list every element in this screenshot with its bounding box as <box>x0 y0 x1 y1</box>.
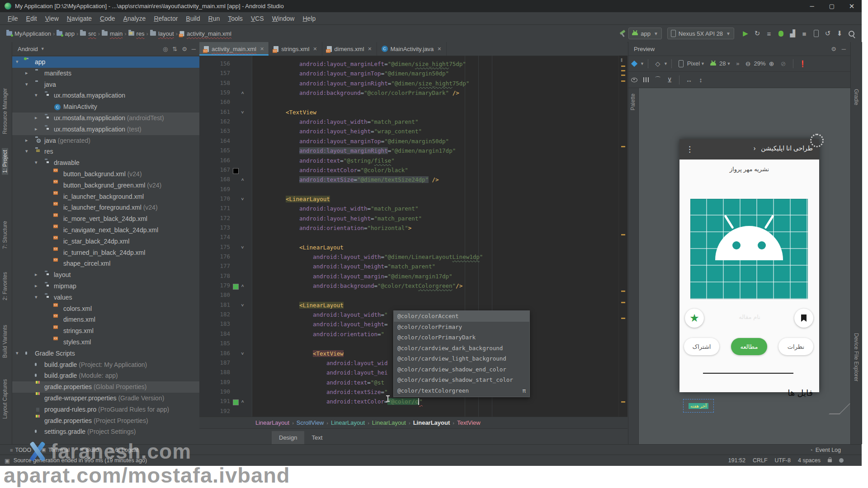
completion-item[interactable]: @color/cardview_shadow_start_color <box>394 375 529 385</box>
element-breadcrumb-item[interactable]: LinearLayout <box>331 419 365 426</box>
fold-region-open-icon[interactable]: > <box>240 304 245 306</box>
tree-item[interactable]: gradle.properties (Global Properties) <box>12 381 199 393</box>
tree-item[interactable]: ▸ux.mostafa.myapplication (androidTest) <box>12 113 199 124</box>
close-icon[interactable]: ✕ <box>368 46 372 52</box>
tree-item[interactable]: ▸ux.mostafa.myapplication (test) <box>12 124 199 135</box>
expanded-arrow-icon[interactable]: ▾ <box>35 160 38 165</box>
editor-tab-activity-main-xml[interactable]: activity_main.xml✕ <box>199 42 269 56</box>
code-line[interactable]: 176android:layout_width="@dimen/LinearLa… <box>199 253 627 263</box>
code-line[interactable]: 175><LinearLayout <box>199 244 627 253</box>
code-line[interactable]: 157android:layout_marginTop="@dimen/marg… <box>199 70 627 79</box>
menu-build[interactable]: Build <box>182 14 204 23</box>
code-line[interactable]: 166android:text="@string/filse" <box>199 157 627 166</box>
code-line[interactable]: 167android:textColor="@color/black" <box>199 166 627 176</box>
tree-item[interactable]: gradle.properties (Project Properties) <box>12 415 199 427</box>
editor-tab-strings-xml[interactable]: strings.xml✕ <box>269 42 322 56</box>
event-log-button[interactable]: ◔Event Log <box>810 447 841 453</box>
completion-item[interactable]: @color/colorAccent <box>394 311 529 322</box>
lock-icon[interactable] <box>828 459 832 462</box>
search-everywhere-icon[interactable] <box>845 28 857 39</box>
tree-item[interactable]: ▾drawable <box>12 157 199 169</box>
breadcrumb-item[interactable]: res› <box>128 30 148 37</box>
autoconnect-off-icon[interactable]: ⌒ <box>652 76 664 84</box>
code-line[interactable]: 158android:layout_marginRight="@dimen/si… <box>199 80 627 89</box>
collapsed-arrow-icon[interactable]: ▸ <box>35 115 38 121</box>
code-line[interactable]: 164android:layout_marginTop="@dimen/marg… <box>199 137 627 147</box>
menu-file[interactable]: File <box>4 14 22 23</box>
code-line[interactable]: 192 <box>199 408 627 417</box>
expanded-arrow-icon[interactable]: ▾ <box>16 350 19 356</box>
tree-item[interactable]: ▾java <box>12 79 199 90</box>
element-breadcrumb-item[interactable]: LinearLayout <box>372 419 406 426</box>
code-line[interactable]: 159>android:background="@color/colorPrim… <box>199 89 627 99</box>
code-line[interactable]: 191>android:textColor="@color/c" <box>199 398 627 407</box>
tree-item[interactable]: colors.xml <box>12 303 199 314</box>
apply-changes-icon[interactable]: ↻ <box>751 28 763 39</box>
show-options-eye-icon[interactable] <box>628 78 640 82</box>
comments-button[interactable]: نظرات <box>778 338 813 355</box>
zoom-in-icon[interactable]: ⊕ <box>766 60 778 67</box>
profiler-icon[interactable]: ▟ <box>787 28 798 39</box>
close-icon[interactable]: ✕ <box>260 46 264 52</box>
close-button[interactable]: ✕ <box>842 0 862 12</box>
code-line[interactable]: 179>android:background="@color/textColor… <box>199 282 627 291</box>
menu-edit[interactable]: Edit <box>22 14 41 23</box>
share-button[interactable]: اشتراک <box>684 338 719 355</box>
menu-code[interactable]: Code <box>96 14 119 23</box>
completion-item[interactable]: @color/cardview_light_background <box>394 353 529 364</box>
collapsed-arrow-icon[interactable]: ▸ <box>25 137 28 143</box>
tree-item[interactable]: ic_turned_in_black_24dp.xml <box>12 247 199 258</box>
blueprint-columns-icon[interactable] <box>640 77 652 82</box>
menu-run[interactable]: Run <box>204 14 224 23</box>
stripe-tab-layout-captures[interactable]: Layout Captures <box>2 377 8 421</box>
tree-item[interactable]: ▾values <box>12 292 199 303</box>
tree-item[interactable]: build.gradle (Module: app) <box>12 370 199 381</box>
tree-item[interactable]: styles.xml <box>12 337 199 348</box>
fold-region-close-icon[interactable]: > <box>240 400 245 403</box>
bookmark-button[interactable] <box>794 309 813 328</box>
tree-item[interactable]: ic_launcher_background.xml <box>12 191 199 202</box>
indent-setting[interactable]: 4 spaces <box>798 457 821 464</box>
tree-item[interactable]: strings.xml <box>12 325 199 337</box>
code-line[interactable]: 181><LinearLayout <box>199 301 627 311</box>
palette-tab[interactable]: Palette <box>630 92 636 112</box>
tree-item[interactable]: ▾app <box>12 56 199 68</box>
run-icon[interactable]: ▶ <box>740 28 751 39</box>
sdk-manager-icon[interactable]: ⬇ <box>834 28 845 39</box>
gear-icon[interactable]: ⚙ <box>182 46 187 52</box>
close-icon[interactable]: ✕ <box>313 46 317 52</box>
file-encoding[interactable]: UTF-8 <box>775 457 791 464</box>
element-breadcrumb-item[interactable]: ScrollView <box>297 419 324 426</box>
tree-item[interactable]: CMainActivity <box>12 101 199 113</box>
minimize-button[interactable]: ─ <box>802 0 822 12</box>
more-chevrons[interactable]: » <box>736 60 739 67</box>
completion-item[interactable]: @color/cardview_dark_background <box>394 343 529 354</box>
expanded-arrow-icon[interactable]: ▾ <box>16 59 19 65</box>
close-icon[interactable]: ✕ <box>437 46 441 52</box>
expanded-arrow-icon[interactable]: ▾ <box>35 92 38 98</box>
vertical-arrow-icon[interactable]: ↕ <box>695 76 707 84</box>
element-breadcrumb-item[interactable]: LinearLayout <box>413 419 450 426</box>
menu-view[interactable]: View <box>41 14 63 23</box>
fold-region-close-icon[interactable]: > <box>240 92 245 94</box>
tree-item[interactable]: ▸manifests <box>12 68 199 79</box>
completion-item[interactable]: @color/cardview_shadow_end_color <box>394 364 529 375</box>
completion-item[interactable]: @color/colorPrimaryDark <box>394 332 529 343</box>
code-line[interactable]: 177android:layout_height="match_parent" <box>199 263 627 272</box>
tree-item[interactable]: ic_star_black_24dp.xml <box>12 236 199 247</box>
code-line[interactable]: 160 <box>199 99 627 108</box>
favorite-star-button[interactable]: ★ <box>685 309 704 328</box>
stripe-tab-device-file-explorer[interactable]: Device File Explorer <box>853 331 859 383</box>
tab-text[interactable]: Text <box>304 431 330 444</box>
code-line[interactable]: 180 <box>199 291 627 301</box>
breadcrumb-item[interactable]: main› <box>102 30 127 37</box>
expanded-arrow-icon[interactable]: ▾ <box>25 81 28 87</box>
line-ending[interactable]: CRLF <box>753 457 768 464</box>
breadcrumb-item[interactable]: src› <box>80 30 100 37</box>
tree-item[interactable]: build.gradle (Project: My Application) <box>12 359 199 371</box>
menu-navigate[interactable]: Navigate <box>63 14 96 23</box>
build-hammer-icon[interactable] <box>617 28 628 39</box>
hide-panel-icon[interactable]: ─ <box>842 46 846 52</box>
read-button[interactable]: مطالعه <box>731 338 767 355</box>
code-line[interactable]: 171android:layout_width="match_parent" <box>199 205 627 214</box>
